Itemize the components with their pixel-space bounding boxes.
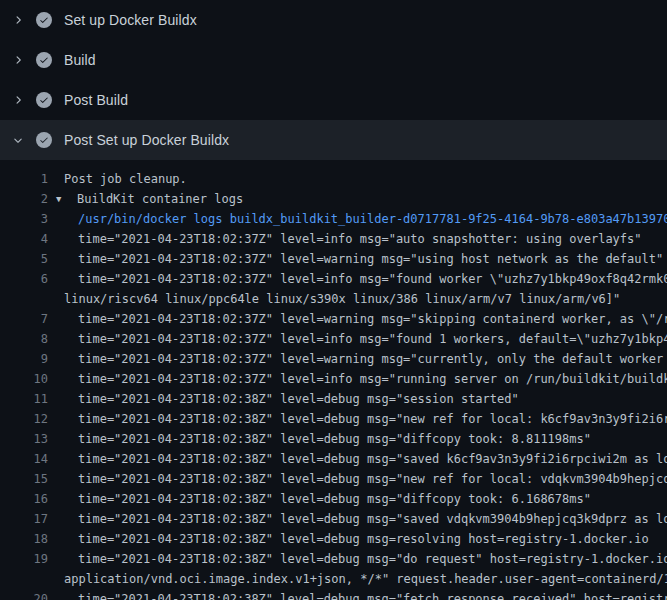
log-line-text: time="2021-04-23T18:02:38Z" level=debug … <box>48 529 649 549</box>
log-line[interactable]: 12time="2021-04-23T18:02:38Z" level=debu… <box>0 409 667 429</box>
check-circle-icon <box>36 12 52 28</box>
log-line[interactable]: 15time="2021-04-23T18:02:38Z" level=debu… <box>0 469 667 489</box>
log-line-text: linux/riscv64 linux/ppc64le linux/s390x … <box>48 289 620 309</box>
log-line[interactable]: 11time="2021-04-23T18:02:38Z" level=debu… <box>0 389 667 409</box>
log-line-number <box>0 289 48 309</box>
step-header-build[interactable]: Build <box>0 40 667 80</box>
log-line-text: time="2021-04-23T18:02:37Z" level=info m… <box>48 329 667 349</box>
log-line[interactable]: 17time="2021-04-23T18:02:38Z" level=debu… <box>0 509 667 529</box>
log-line[interactable]: 13time="2021-04-23T18:02:38Z" level=debu… <box>0 429 667 449</box>
steps-list: Set up Docker BuildxBuildPost BuildPost … <box>0 0 667 160</box>
log-line-text: Post job cleanup. <box>48 169 187 189</box>
log-line-number[interactable]: 13 <box>0 429 48 449</box>
log-line-wrap[interactable]: linux/riscv64 linux/ppc64le linux/s390x … <box>0 289 667 309</box>
step-label: Post Set up Docker Buildx <box>64 132 229 148</box>
log-viewer: 1Post job cleanup.2▼BuildKit container l… <box>0 160 667 600</box>
log-line-text: time="2021-04-23T18:02:37Z" level=warnin… <box>48 349 667 369</box>
log-line-number[interactable]: 16 <box>0 489 48 509</box>
log-line[interactable]: 1Post job cleanup. <box>0 169 667 189</box>
step-header-set-up-docker-buildx[interactable]: Set up Docker Buildx <box>0 0 667 40</box>
log-line-number[interactable]: 11 <box>0 389 48 409</box>
log-line[interactable]: 14time="2021-04-23T18:02:38Z" level=debu… <box>0 449 667 469</box>
chevron-right-icon[interactable] <box>10 92 26 108</box>
log-line-number[interactable]: 17 <box>0 509 48 529</box>
log-line-number[interactable]: 9 <box>0 349 48 369</box>
log-line-number[interactable]: 3 <box>0 209 48 229</box>
log-line[interactable]: 4time="2021-04-23T18:02:37Z" level=info … <box>0 229 667 249</box>
step-header-post-build[interactable]: Post Build <box>0 80 667 120</box>
log-line-text: time="2021-04-23T18:02:38Z" level=debug … <box>48 449 667 469</box>
check-circle-icon <box>36 52 52 68</box>
chevron-right-icon[interactable] <box>10 52 26 68</box>
step-header-post-set-up-docker-buildx[interactable]: Post Set up Docker Buildx <box>0 120 667 160</box>
log-line[interactable]: 18time="2021-04-23T18:02:38Z" level=debu… <box>0 529 667 549</box>
log-line[interactable]: 8time="2021-04-23T18:02:37Z" level=info … <box>0 329 667 349</box>
log-line-text: time="2021-04-23T18:02:37Z" level=warnin… <box>48 309 667 329</box>
log-line-text: time="2021-04-23T18:02:38Z" level=debug … <box>48 409 667 429</box>
log-line-number[interactable]: 5 <box>0 249 48 269</box>
log-line-number[interactable]: 8 <box>0 329 48 349</box>
log-line-number[interactable]: 4 <box>0 229 48 249</box>
check-circle-icon <box>36 132 52 148</box>
log-line-number[interactable]: 6 <box>0 269 48 289</box>
check-circle-icon <box>36 92 52 108</box>
log-line-text: time="2021-04-23T18:02:38Z" level=debug … <box>48 429 591 449</box>
log-line-number[interactable]: 7 <box>0 309 48 329</box>
log-line[interactable]: 6time="2021-04-23T18:02:37Z" level=info … <box>0 269 667 289</box>
log-line-text: ▼BuildKit container logs <box>48 189 243 209</box>
chevron-down-icon[interactable] <box>10 132 26 148</box>
log-line-number <box>0 569 48 589</box>
log-line-wrap[interactable]: application/vnd.oci.image.index.v1+json,… <box>0 569 667 589</box>
log-line-text: time="2021-04-23T18:02:37Z" level=info m… <box>48 229 642 249</box>
log-line-number[interactable]: 10 <box>0 369 48 389</box>
actions-log-page: { "theme": { "page_bg": "#0d1117", "acti… <box>0 0 667 600</box>
log-line-text: time="2021-04-23T18:02:38Z" level=debug … <box>48 489 591 509</box>
log-line-text: application/vnd.oci.image.index.v1+json,… <box>48 569 667 589</box>
chevron-right-icon[interactable] <box>10 12 26 28</box>
log-line-text: time="2021-04-23T18:02:38Z" level=debug … <box>48 389 519 409</box>
log-line[interactable]: 10time="2021-04-23T18:02:37Z" level=info… <box>0 369 667 389</box>
log-line[interactable]: 16time="2021-04-23T18:02:38Z" level=debu… <box>0 489 667 509</box>
log-line[interactable]: 7time="2021-04-23T18:02:37Z" level=warni… <box>0 309 667 329</box>
log-line[interactable]: 2▼BuildKit container logs <box>0 189 667 209</box>
log-line[interactable]: 5time="2021-04-23T18:02:37Z" level=warni… <box>0 249 667 269</box>
log-line[interactable]: 9time="2021-04-23T18:02:37Z" level=warni… <box>0 349 667 369</box>
log-line-text: time="2021-04-23T18:02:38Z" level=debug … <box>48 509 667 529</box>
log-line-number[interactable]: 2 <box>0 189 48 209</box>
log-line-text: time="2021-04-23T18:02:38Z" level=debug … <box>48 549 667 569</box>
log-line-number[interactable]: 1 <box>0 169 48 189</box>
log-command-text: /usr/bin/docker logs buildx_buildkit_bui… <box>48 209 667 229</box>
step-label: Post Build <box>64 92 128 108</box>
log-line-text: time="2021-04-23T18:02:37Z" level=warnin… <box>48 249 663 269</box>
log-line-number[interactable]: 20 <box>0 589 48 600</box>
log-line-text: time="2021-04-23T18:02:37Z" level=info m… <box>48 269 667 289</box>
log-line[interactable]: 3/usr/bin/docker logs buildx_buildkit_bu… <box>0 209 667 229</box>
log-line-text: time="2021-04-23T18:02:37Z" level=info m… <box>48 369 667 389</box>
log-line-text: time="2021-04-23T18:02:38Z" level=debug … <box>48 589 667 600</box>
step-label: Build <box>64 52 96 68</box>
collapse-triangle-icon[interactable]: ▼ <box>56 189 77 209</box>
log-line-number[interactable]: 18 <box>0 529 48 549</box>
log-line-number[interactable]: 15 <box>0 469 48 489</box>
log-line[interactable]: 19time="2021-04-23T18:02:38Z" level=debu… <box>0 549 667 569</box>
log-line-text: time="2021-04-23T18:02:38Z" level=debug … <box>48 469 667 489</box>
log-line-number[interactable]: 19 <box>0 549 48 569</box>
step-label: Set up Docker Buildx <box>64 12 197 28</box>
log-line-number[interactable]: 14 <box>0 449 48 469</box>
log-line[interactable]: 20time="2021-04-23T18:02:38Z" level=debu… <box>0 589 667 600</box>
log-line-number[interactable]: 12 <box>0 409 48 429</box>
log-group-label: BuildKit container logs <box>77 192 243 206</box>
